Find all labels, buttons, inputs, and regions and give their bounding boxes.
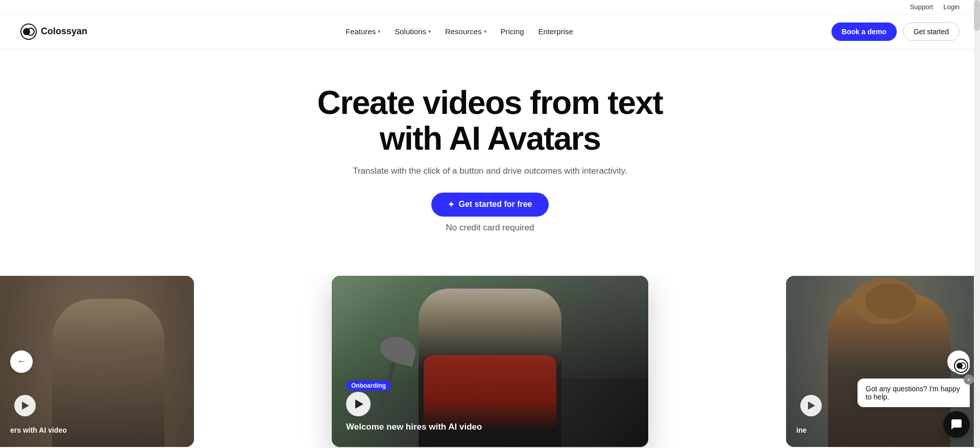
chat-widget: × Got any questions? I'm happy to help.: [857, 357, 970, 438]
hero-section: Create videos from text with AI Avatars …: [0, 49, 980, 270]
navbar: Colossyan Features ▾ Solutions ▾ Resourc…: [0, 14, 980, 49]
chevron-down-icon: ▾: [378, 29, 380, 34]
center-card-title: Welcome new hires with AI video: [346, 421, 482, 433]
carousel-card-center: Onboarding Welcome new hires with AI vid…: [332, 276, 648, 447]
right-play-button[interactable]: [800, 395, 822, 416]
top-bar: Support Login: [0, 0, 980, 14]
nav-enterprise[interactable]: Enterprise: [533, 24, 578, 39]
scrollbar[interactable]: [974, 0, 980, 448]
nav-resources[interactable]: Resources ▾: [440, 24, 492, 39]
support-link[interactable]: Support: [910, 3, 934, 11]
hero-subtext: Translate with the click of a button and…: [10, 166, 970, 176]
carousel: ers with AI video Onboarding Welcome new…: [0, 275, 980, 448]
scrollbar-thumb[interactable]: [974, 0, 980, 31]
chevron-down-icon: ▾: [428, 29, 431, 34]
nav-pricing[interactable]: Pricing: [496, 24, 529, 39]
book-demo-button[interactable]: Book a demo: [831, 22, 897, 41]
sparkle-icon: ✦: [448, 200, 454, 209]
logo-icon: [20, 23, 37, 40]
carousel-track: ers with AI video Onboarding Welcome new…: [0, 275, 980, 448]
logo[interactable]: Colossyan: [20, 23, 87, 40]
nav-actions: Book a demo Get started: [831, 22, 960, 41]
logo-text: Colossyan: [41, 26, 87, 37]
left-play-button[interactable]: [14, 395, 36, 416]
chat-header-row: [952, 357, 970, 374]
center-play-button[interactable]: [346, 392, 371, 416]
carousel-prev-button[interactable]: ←: [10, 350, 33, 373]
get-started-nav-button[interactable]: Get started: [903, 22, 960, 41]
nav-features[interactable]: Features ▾: [340, 24, 385, 39]
chat-bubble: × Got any questions? I'm happy to help.: [857, 379, 970, 407]
nav-links: Features ▾ Solutions ▾ Resources ▾ Prici…: [340, 24, 578, 39]
right-card-title: ine: [796, 426, 806, 435]
nav-solutions[interactable]: Solutions ▾: [389, 24, 436, 39]
chat-logo-icon: [954, 359, 968, 373]
left-card-title: ers with AI video: [10, 426, 67, 435]
login-link[interactable]: Login: [943, 3, 960, 11]
center-card-badge: Onboarding: [346, 381, 391, 391]
chevron-down-icon: ▾: [484, 29, 486, 34]
chat-open-button[interactable]: [943, 411, 970, 438]
chat-icon: [950, 418, 963, 431]
hero-cta-button[interactable]: ✦ Get started for free: [431, 193, 548, 217]
chat-close-button[interactable]: ×: [964, 374, 974, 385]
hero-cta-note: No credit card required: [10, 223, 970, 233]
hero-headline: Create videos from text with AI Avatars: [311, 85, 669, 157]
chat-logo-badge: [952, 357, 970, 374]
